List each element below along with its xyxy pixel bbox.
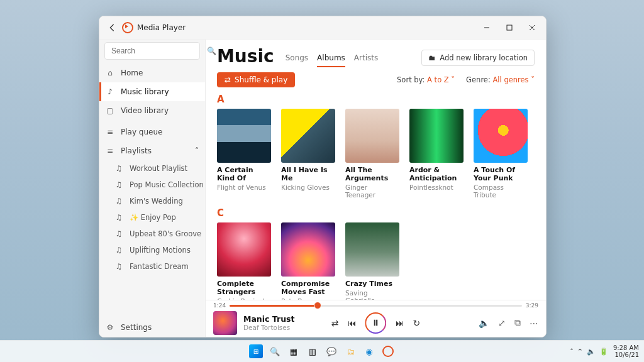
task-view-icon[interactable]: ▦ (287, 344, 301, 358)
album-title: Complete Strangers (217, 280, 271, 296)
playlist-item[interactable]: ♫Upbeat 80's Groove (99, 226, 205, 242)
album-art (474, 109, 528, 163)
chevron-down-icon: ˅ (531, 75, 535, 84)
playlist-icon: ♫ (114, 246, 123, 255)
tab-artists[interactable]: Artists (354, 53, 378, 67)
next-button[interactable]: ⏭ (396, 318, 404, 328)
album-title: All I Have Is Me (281, 166, 335, 182)
album-card[interactable]: Complete StrangersCorbin Revival (217, 222, 271, 300)
search-field[interactable] (110, 46, 207, 56)
nav-video-library[interactable]: ▢Video library (99, 101, 205, 120)
album-card[interactable]: Crazy TimesSaving Gabrielle (345, 222, 399, 300)
maximize-button[interactable] (498, 19, 521, 36)
video-icon: ▢ (106, 106, 114, 115)
nav-play-queue[interactable]: ≡Play queue (99, 123, 205, 141)
playlist-item[interactable]: ♫Uplifting Motions (99, 242, 205, 258)
letter-heading: C (217, 207, 535, 219)
album-artist: Saving Gabrielle (345, 289, 399, 300)
gear-icon: ⚙ (106, 323, 114, 332)
battery-icon[interactable]: 🔋 (599, 348, 608, 356)
album-art (409, 109, 464, 163)
tab-songs[interactable]: Songs (286, 53, 308, 67)
album-card[interactable]: Ardor & AnticipationPointlessknot (409, 109, 464, 199)
repeat-button[interactable]: ↻ (413, 318, 421, 328)
album-artist: Kicking Gloves (281, 184, 335, 191)
volume-button[interactable]: 🔈 (479, 317, 489, 328)
now-playing-title: Manic Trust (243, 314, 294, 324)
nav-settings[interactable]: ⚙Settings (99, 318, 205, 337)
tab-albums[interactable]: Albums (317, 53, 345, 67)
album-scroll[interactable]: A A Certain Kind Of EmotionFlight of Ven… (206, 92, 546, 300)
playlist-label: Uplifting Motions (130, 246, 191, 255)
volume-tray-icon[interactable]: 🔈 (587, 348, 596, 356)
nav-playlists[interactable]: ≡Playlists˄ (99, 141, 205, 160)
queue-icon: ≡ (106, 128, 114, 136)
playlist-item[interactable]: ♫Workout Playlist (99, 160, 205, 177)
pause-icon: ⏸ (372, 318, 380, 327)
album-title: Crazy Times (345, 280, 399, 288)
playlist-icon: ♫ (114, 164, 123, 173)
progress-slider[interactable] (230, 305, 522, 307)
chat-icon[interactable]: 💬 (325, 344, 338, 358)
search-input[interactable]: 🔍 (104, 42, 200, 60)
widgets-icon[interactable]: ▥ (306, 344, 319, 358)
fullscreen-button[interactable]: ⤢ (498, 317, 506, 328)
album-card[interactable]: Compromise Moves FastPete Brown (281, 222, 335, 300)
album-card[interactable]: A Certain Kind Of EmotionFlight of Venus (217, 109, 271, 199)
add-library-button[interactable]: 🖿Add new library location (421, 50, 535, 66)
content-area: Music Songs Albums Artists 🖿Add new libr… (206, 40, 546, 337)
media-player-taskbar-icon[interactable] (381, 344, 395, 358)
tray-chevron-icon[interactable]: ˄ (570, 348, 574, 356)
letter-heading: A (217, 94, 535, 105)
album-art (217, 222, 271, 277)
album-art (345, 222, 399, 277)
genre-control[interactable]: Genre: All genres ˅ (466, 75, 535, 84)
playlist-label: ✨ Enjoy Pop (130, 213, 176, 222)
chevron-up-icon: ˄ (195, 146, 199, 155)
playlist-label: Pop Music Collection (130, 180, 204, 189)
playlist-icon: ≡ (106, 146, 114, 155)
wifi-icon[interactable]: ⌃ (577, 348, 583, 356)
album-card[interactable]: All I Have Is MeKicking Gloves (281, 109, 335, 199)
close-button[interactable] (521, 19, 543, 36)
playlist-icon: ♫ (114, 229, 123, 238)
playlist-item[interactable]: ♫✨ Enjoy Pop (99, 209, 205, 226)
taskbar-search-icon[interactable]: 🔍 (268, 344, 282, 358)
minimize-button[interactable] (475, 19, 498, 36)
miniplayer-button[interactable]: ⧉ (514, 317, 521, 328)
start-button[interactable]: ⊞ (249, 344, 263, 358)
album-title: Ardor & Anticipation (409, 166, 464, 182)
nav-music-library[interactable]: ♪Music library (99, 82, 205, 101)
album-title: A Certain Kind Of Emotion (217, 166, 271, 182)
album-card[interactable]: All The ArgumentsGinger Teenager (345, 109, 399, 199)
chevron-down-icon: ˅ (451, 75, 455, 84)
tray-date: 10/6/21 (613, 351, 639, 358)
album-artist: Flight of Venus (217, 184, 271, 191)
edge-icon[interactable]: ◉ (362, 344, 376, 358)
playlist-item[interactable]: ♫Fantastic Dream (99, 258, 205, 275)
shuffle-play-button[interactable]: ⇄Shuffle & play (217, 72, 295, 87)
nav-home[interactable]: ⌂Home (99, 63, 205, 82)
play-pause-button[interactable]: ⏸ (365, 312, 387, 334)
playlist-item[interactable]: ♫Pop Music Collection (99, 177, 205, 193)
playlist-label: Fantastic Dream (130, 262, 189, 271)
explorer-icon[interactable]: 🗂 (343, 344, 357, 358)
shuffle-toggle[interactable]: ⇄ (331, 318, 339, 328)
playlist-icon: ♫ (114, 197, 123, 206)
home-icon: ⌂ (106, 69, 114, 77)
taskbar-clock[interactable]: 9:28 AM 10/6/21 (613, 344, 639, 358)
previous-button[interactable]: ⏮ (348, 318, 357, 328)
playlist-item[interactable]: ♫Kim's Wedding (99, 193, 205, 209)
now-playing-artist: Deaf Tortoises (243, 324, 294, 331)
back-button[interactable] (104, 20, 119, 35)
sidebar: 🔍 ⌂Home ♪Music library ▢Video library ≡P… (99, 40, 206, 337)
album-art (281, 222, 335, 277)
playlist-label: Kim's Wedding (130, 197, 183, 206)
more-button[interactable]: ⋯ (530, 317, 538, 328)
sort-control[interactable]: Sort by: A to Z ˅ (397, 75, 455, 84)
now-playing-art[interactable] (213, 311, 237, 335)
title-bar: Media Player (99, 16, 546, 40)
album-art (281, 109, 335, 163)
nav-label: Home (121, 69, 143, 77)
album-card[interactable]: A Touch Of Your PunkCompass Tribute (474, 109, 528, 199)
